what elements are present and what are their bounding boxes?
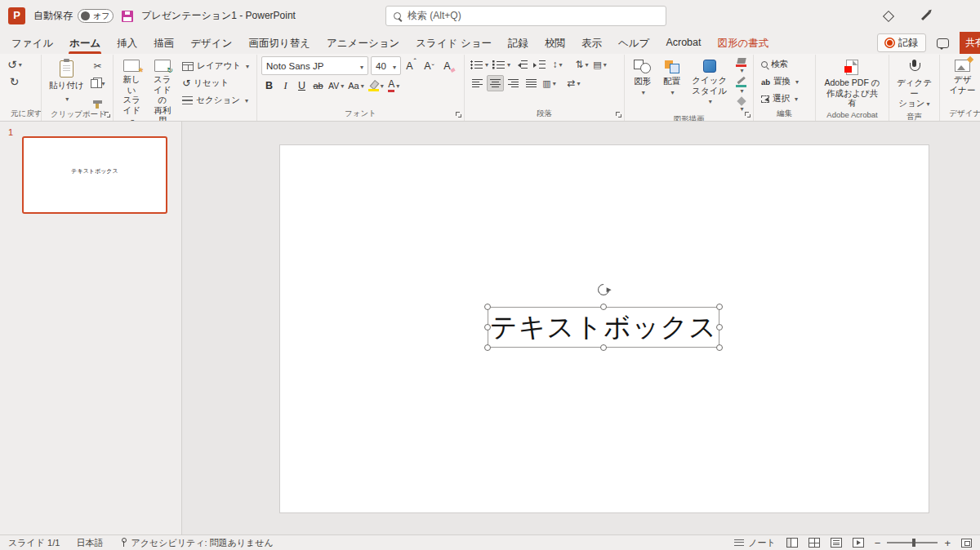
decrease-indent-button[interactable] <box>513 56 530 73</box>
create-pdf-button[interactable]: Adobe PDF の 作成および共有 <box>820 56 884 109</box>
textbox-text[interactable]: テキストボックス <box>488 308 719 347</box>
select-button[interactable]: 選択 <box>758 91 811 107</box>
replace-button[interactable]: 置換 <box>758 73 811 90</box>
clear-formatting-button[interactable]: A <box>439 58 455 74</box>
fit-slide-to-window-button[interactable] <box>961 539 972 548</box>
tab-insert[interactable]: 挿入 <box>109 32 145 54</box>
arrange-button[interactable]: 配置 <box>658 56 686 113</box>
tab-animations[interactable]: アニメーション <box>318 32 408 54</box>
slide[interactable]: テキストボックス <box>279 144 929 513</box>
feature-diamond-icon[interactable] <box>883 10 894 21</box>
shape-fill-button[interactable] <box>733 57 749 75</box>
align-right-button[interactable] <box>505 75 522 91</box>
tab-record[interactable]: 記録 <box>500 32 537 54</box>
format-painter-button[interactable] <box>89 92 107 109</box>
notes-button[interactable]: ノート <box>734 537 776 549</box>
reading-view-button[interactable] <box>831 538 842 548</box>
selected-textbox[interactable]: テキストボックス <box>488 307 719 348</box>
font-name-combo[interactable]: Noto Sans JP <box>261 56 368 75</box>
character-spacing-button[interactable]: AV <box>327 78 345 94</box>
zoom-in-button[interactable] <box>944 537 951 549</box>
bullets-button[interactable] <box>469 56 490 73</box>
change-case-button[interactable]: Aa <box>346 78 365 94</box>
font-size-combo[interactable]: 40 <box>371 56 401 75</box>
resize-handle-top-left[interactable] <box>484 304 491 310</box>
record-button[interactable]: 記録 <box>877 33 926 52</box>
rotation-handle[interactable] <box>595 282 612 298</box>
share-button[interactable]: 共有 <box>960 32 980 54</box>
decrease-font-button[interactable]: A <box>421 58 437 74</box>
resize-handle-bottom-right[interactable] <box>716 344 723 351</box>
autosave-toggle[interactable]: オフ <box>78 9 114 23</box>
tab-file[interactable]: ファイル <box>3 32 61 54</box>
align-center-button[interactable] <box>487 75 504 91</box>
line-spacing-button[interactable] <box>549 56 566 73</box>
zoom-slider-thumb[interactable] <box>912 539 915 547</box>
tab-help[interactable]: ヘルプ <box>610 32 657 54</box>
slideshow-view-button[interactable] <box>853 538 864 548</box>
layout-button[interactable]: レイアウト <box>179 58 252 74</box>
accessibility-status[interactable]: アクセシビリティ: 問題ありません <box>119 537 273 549</box>
font-color-button[interactable]: A <box>386 78 402 94</box>
slide-sorter-view-button[interactable] <box>808 538 820 548</box>
reset-button[interactable]: リセット <box>179 75 252 91</box>
font-size-caret-icon[interactable] <box>393 61 396 71</box>
quick-styles-button[interactable]: クイック スタイル <box>687 56 732 113</box>
tab-design[interactable]: デザイン <box>182 32 240 54</box>
tab-transitions[interactable]: 画面切り替え <box>240 32 318 54</box>
underline-button[interactable]: U <box>294 78 310 94</box>
zoom-out-button[interactable] <box>875 537 881 549</box>
paste-button[interactable]: 貼り付け <box>46 56 87 109</box>
text-direction-button[interactable] <box>573 56 590 73</box>
justify-button[interactable] <box>523 75 540 91</box>
copy-button[interactable] <box>89 75 107 91</box>
shape-outline-button[interactable] <box>733 76 749 95</box>
align-left-button[interactable] <box>469 75 486 91</box>
resize-handle-middle-left[interactable] <box>484 324 491 330</box>
shapes-button[interactable]: 図形 <box>629 56 657 113</box>
align-text-button[interactable] <box>591 56 608 73</box>
tab-view[interactable]: 表示 <box>573 32 610 54</box>
redo-button[interactable] <box>6 73 23 90</box>
resize-handle-middle-right[interactable] <box>716 324 723 330</box>
slide-thumbnail[interactable]: テキストボックス <box>22 136 167 214</box>
comments-icon[interactable] <box>937 38 949 48</box>
tab-slideshow[interactable]: スライド ショー <box>408 32 500 54</box>
tab-home[interactable]: ホーム <box>61 32 109 54</box>
dictate-button[interactable]: ディクテー ション <box>893 56 935 111</box>
tab-shape-format[interactable]: 図形の書式 <box>710 32 777 54</box>
undo-button[interactable] <box>6 56 24 73</box>
pen-icon[interactable] <box>921 11 930 20</box>
convert-to-smartart-button[interactable] <box>565 75 582 91</box>
increase-indent-button[interactable] <box>531 56 548 73</box>
find-button[interactable]: 検索 <box>758 56 811 73</box>
language-indicator[interactable]: 日本語 <box>76 537 103 549</box>
highlight-color-button[interactable] <box>367 78 385 94</box>
tab-acrobat[interactable]: Acrobat <box>657 32 709 54</box>
normal-view-button[interactable] <box>786 538 798 548</box>
section-button[interactable]: セクション <box>179 92 252 109</box>
reuse-slides-button[interactable]: スライドの 再利用 <box>147 56 177 122</box>
new-slide-button[interactable]: 新しい スライド <box>118 56 145 122</box>
save-icon[interactable] <box>122 11 133 22</box>
search-box[interactable]: 検索 (Alt+Q) <box>385 6 666 26</box>
increase-font-button[interactable]: A <box>403 58 419 74</box>
zoom-slider[interactable] <box>887 542 938 543</box>
strikethrough-button[interactable]: ab <box>310 78 326 94</box>
bold-button[interactable]: B <box>261 78 277 94</box>
resize-handle-top-right[interactable] <box>716 304 723 310</box>
cut-button[interactable] <box>89 58 107 74</box>
tab-review[interactable]: 校閲 <box>537 32 573 54</box>
paragraph-dialog-launcher-icon[interactable] <box>615 111 622 118</box>
resize-handle-bottom-left[interactable] <box>484 344 491 351</box>
drawing-dialog-launcher-icon[interactable] <box>744 111 751 118</box>
autosave-control[interactable]: 自動保存 オフ <box>33 9 114 23</box>
paste-dropdown[interactable] <box>64 93 69 105</box>
italic-button[interactable]: I <box>278 78 293 94</box>
columns-button[interactable] <box>541 75 558 91</box>
font-name-caret-icon[interactable] <box>360 61 363 71</box>
clipboard-dialog-launcher-icon[interactable] <box>104 111 111 118</box>
powerpoint-logo-icon[interactable] <box>8 7 25 24</box>
designer-button[interactable]: デザ イナー <box>947 56 979 108</box>
tab-draw[interactable]: 描画 <box>145 32 182 54</box>
